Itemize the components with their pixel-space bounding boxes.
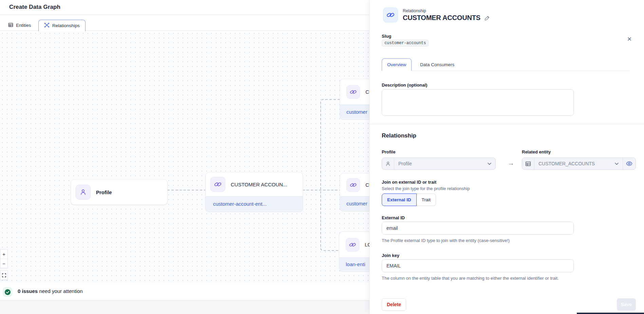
- delete-button[interactable]: Delete: [382, 298, 406, 311]
- tab-relationships-label: Relationships: [52, 23, 80, 28]
- zoom-controls: + −: [0, 249, 8, 268]
- preview-eye-icon[interactable]: [623, 158, 636, 169]
- join-type-help: Select the join type for the profile rel…: [382, 186, 470, 191]
- join-key-help: The column on the entity table that you …: [382, 275, 576, 281]
- network-icon: [44, 22, 50, 29]
- person-icon: [382, 158, 394, 169]
- relationship-connectors: [0, 31, 370, 283]
- node-label: Profile: [96, 189, 112, 195]
- main-area: Create Data Graph Entities Relationships: [0, 0, 370, 314]
- link-icon: [383, 7, 398, 22]
- graph-node-profile[interactable]: Profile: [71, 180, 167, 205]
- link-icon: [210, 177, 225, 192]
- node-slug[interactable]: customer-account-ent...: [206, 196, 303, 211]
- relationship-arrow-icon: →: [505, 160, 517, 167]
- related-entity-field-label: Related entity: [522, 149, 551, 154]
- node-slug[interactable]: loan-enti: [339, 257, 370, 271]
- related-entity-select[interactable]: CUSTOMER_ACCOUNTS: [522, 158, 636, 170]
- panel-tab-overview[interactable]: Overview: [382, 58, 412, 71]
- panel-tab-underline: [382, 71, 630, 71]
- profile-select-value: Profile: [394, 161, 484, 166]
- issues-status-bar: 0 issues need your attention: [0, 283, 370, 300]
- graph-node-customer-accounts[interactable]: CUSTOMER ACCOUN... customer-account-ent.…: [206, 172, 303, 211]
- description-textarea[interactable]: [382, 89, 574, 116]
- slug-label: Slug: [382, 34, 391, 39]
- bottom-strip: [0, 300, 370, 314]
- link-icon: [346, 238, 359, 252]
- panel-title: CUSTOMER ACCOUNTS: [403, 14, 480, 22]
- node-slug[interactable]: customer: [340, 105, 370, 119]
- section-divider: [370, 124, 644, 124]
- fullscreen-icon[interactable]: [0, 271, 7, 280]
- tab-entities-label: Entities: [16, 23, 31, 28]
- external-id-input[interactable]: [382, 222, 574, 235]
- chevron-down-icon: [484, 163, 495, 165]
- issues-count: 0 issues: [18, 288, 38, 294]
- node-title: CU: [365, 182, 370, 188]
- node-title: CU: [365, 89, 370, 95]
- top-bar: Create Data Graph: [0, 0, 370, 15]
- profile-field-label: Profile: [382, 149, 395, 154]
- toggle-trait[interactable]: Trait: [417, 193, 436, 206]
- edit-pencil-icon[interactable]: [485, 15, 490, 21]
- zoom-out-button[interactable]: −: [0, 259, 7, 268]
- chevron-down-icon: [611, 163, 623, 165]
- data-graph-canvas[interactable]: Profile CUSTOMER ACCOUN... customer-acco…: [0, 31, 370, 283]
- page-title: Create Data Graph: [9, 4, 60, 11]
- fullscreen-control: [0, 270, 8, 280]
- close-icon[interactable]: ✕: [625, 35, 634, 43]
- save-button[interactable]: Save: [617, 298, 636, 311]
- panel-type-label: Relationship: [403, 8, 426, 13]
- slug-value-chip: customer-accounts: [382, 40, 429, 47]
- graph-node-top-right[interactable]: CU customer: [340, 79, 370, 119]
- link-icon: [346, 178, 360, 192]
- zoom-in-button[interactable]: +: [0, 250, 7, 259]
- link-icon: [346, 85, 360, 99]
- tab-entities[interactable]: Entities: [3, 20, 36, 31]
- tab-relationships[interactable]: Relationships: [38, 20, 86, 31]
- panel-tab-data-consumers[interactable]: Data Consumers: [415, 58, 459, 71]
- graph-node-bottom-right[interactable]: LO loan-enti: [339, 232, 370, 271]
- external-id-label: External ID: [382, 215, 405, 220]
- join-type-label: Join on external ID or trait: [382, 180, 436, 185]
- join-type-toggle: External ID Trait: [382, 193, 436, 206]
- relationship-detail-panel: Relationship CUSTOMER ACCOUNTS ✕ Slug cu…: [370, 0, 644, 314]
- profile-select[interactable]: Profile: [382, 158, 496, 170]
- person-icon: [76, 185, 91, 200]
- join-key-input[interactable]: [382, 259, 574, 272]
- issues-rest: need your attention: [38, 288, 83, 294]
- related-entity-select-value: CUSTOMER_ACCOUNTS: [534, 161, 611, 166]
- toggle-external-id[interactable]: External ID: [382, 193, 417, 206]
- relationship-section-heading: Relationship: [382, 132, 416, 139]
- node-title: LO: [365, 242, 370, 247]
- table-icon: [8, 22, 13, 29]
- bottom-dark-edge: [577, 313, 644, 314]
- node-slug[interactable]: customer: [340, 196, 370, 210]
- external-id-help: The Profile external ID type to join wit…: [382, 238, 510, 243]
- create-data-graph-page: Create Data Graph Entities Relationships: [0, 0, 644, 314]
- description-label: Description (optional): [382, 82, 427, 88]
- issues-text: 0 issues need your attention: [18, 288, 83, 294]
- node-title: CUSTOMER ACCOUN...: [231, 182, 287, 187]
- check-circle-icon: [3, 287, 12, 297]
- graph-node-mid-right[interactable]: CU customer: [340, 173, 370, 211]
- main-tabs: Entities Relationships: [0, 20, 370, 31]
- join-key-label: Join key: [382, 253, 399, 258]
- table-icon: [522, 158, 534, 169]
